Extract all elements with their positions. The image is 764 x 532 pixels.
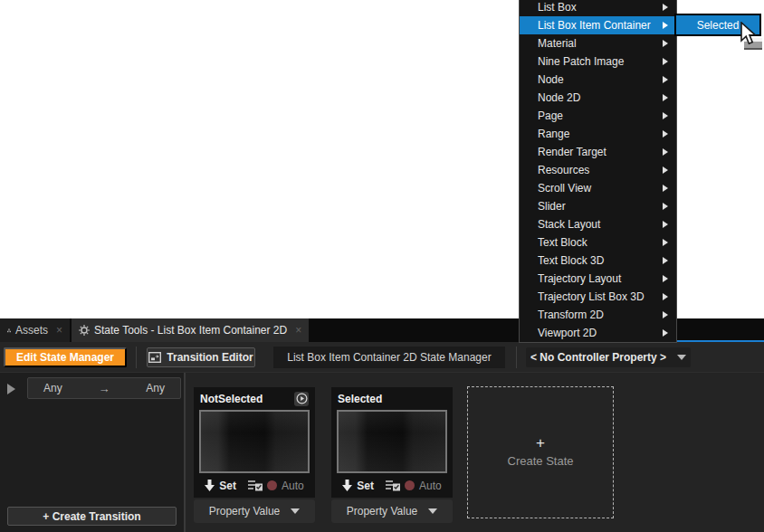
state-preview-thumbnail[interactable] (337, 410, 447, 473)
submenu-arrow-icon (663, 40, 668, 47)
transition-editor-icon (148, 352, 161, 363)
controller-property-value: < No Controller Property > (530, 351, 666, 364)
context-menu: List Box List Box Item Container Materia… (519, 0, 677, 343)
transition-editor-label: Transition Editor (167, 351, 253, 364)
state-tools-icon (79, 325, 90, 336)
submenu-arrow-icon (663, 22, 668, 29)
transition-to-label: Any (146, 382, 165, 394)
state-manager-name-label: List Box Item Container 2D State Manager (273, 347, 505, 368)
tab-assets-label: Assets (15, 324, 48, 337)
menu-item-node-2d[interactable]: Node 2D (520, 89, 676, 107)
property-value-label: Property Value (209, 505, 281, 518)
chevron-down-icon (291, 508, 300, 514)
auto-label[interactable]: Auto (419, 480, 442, 492)
submenu-arrow-icon (663, 148, 668, 156)
create-transition-button[interactable]: + Create Transition (7, 507, 177, 526)
chevron-down-icon (677, 355, 686, 360)
play-circle-icon (296, 393, 308, 404)
menu-item-transform-2d[interactable]: Transform 2D (520, 306, 676, 324)
tab-state-tools-close-icon[interactable]: × (295, 324, 301, 337)
active-panel-indicator (677, 340, 764, 342)
assets-icon (7, 326, 11, 336)
submenu-arrow-icon (663, 275, 668, 282)
controller-property-dropdown[interactable]: < No Controller Property > (526, 347, 691, 367)
list-checkbox-icon[interactable] (248, 480, 263, 491)
tab-state-tools[interactable]: State Tools - List Box Item Container 2D… (72, 318, 309, 342)
state-preview-play-button[interactable] (294, 392, 309, 406)
menu-item-trajectory-list-box-3d[interactable]: Trajectory List Box 3D (520, 288, 676, 306)
menu-item-scroll-view[interactable]: Scroll View (520, 179, 676, 197)
menu-item-render-target[interactable]: Render Target (520, 143, 676, 161)
state-card-footer: Set Auto (331, 473, 453, 498)
menu-item-nine-patch-image[interactable]: Nine Patch Image (520, 52, 676, 71)
submenu-arrow-icon (663, 94, 668, 101)
set-down-arrow-icon[interactable] (342, 480, 352, 491)
menu-item-node[interactable]: Node (520, 71, 676, 89)
submenu-arrow-icon (663, 166, 668, 174)
state-card-header: Selected (331, 387, 453, 410)
submenu-arrow-icon (663, 293, 668, 300)
submenu-arrow-icon (663, 185, 668, 192)
menu-item-slider[interactable]: Slider (520, 197, 676, 215)
submenu-arrow-icon (663, 58, 668, 65)
property-value-dropdown-notselected[interactable]: Property Value (194, 499, 315, 523)
state-tools-toolbar: Edit State Manager Transition Editor Lis… (0, 342, 764, 373)
menu-item-page[interactable]: Page (520, 107, 676, 125)
submenu-arrow-icon (663, 130, 668, 138)
state-card-notselected[interactable]: NotSelected Set (194, 387, 315, 498)
transition-editor-button[interactable]: Transition Editor (147, 347, 255, 367)
submenu-arrow-icon (663, 4, 668, 11)
submenu-arrow-icon (663, 221, 668, 228)
mouse-cursor (739, 22, 759, 46)
create-state-label: Create State (508, 454, 574, 468)
property-value-label: Property Value (347, 505, 418, 518)
state-preview-thumbnail[interactable] (199, 410, 310, 473)
property-value-dropdown-selected[interactable]: Property Value (331, 499, 453, 523)
transition-arrow-icon: → (99, 382, 110, 395)
chevron-down-icon (428, 508, 437, 514)
state-tools-panel: Assets × State Tools - List Box Item Con… (0, 318, 764, 532)
list-checkbox-icon[interactable] (386, 480, 400, 491)
submenu-arrow-icon (663, 203, 668, 210)
tab-state-tools-label: State Tools - List Box Item Container 2D (94, 324, 287, 337)
submenu-arrow-icon (663, 311, 668, 318)
menu-item-resources[interactable]: Resources (520, 161, 676, 179)
menu-item-list-box[interactable]: List Box (520, 0, 676, 16)
menu-item-range[interactable]: Range (520, 125, 676, 143)
menu-item-trajectory-layout[interactable]: Trajectory Layout (520, 270, 676, 288)
menu-item-material[interactable]: Material (520, 34, 676, 52)
transitions-pane: Any → Any + Create Transition (0, 373, 186, 532)
transition-any-any-row[interactable]: Any → Any (27, 377, 181, 399)
tab-assets[interactable]: Assets × (0, 318, 70, 342)
toolbar-separator (516, 347, 517, 368)
auto-indicator-icon[interactable] (405, 480, 415, 490)
app-screen: Assets × State Tools - List Box Item Con… (0, 0, 764, 532)
submenu-arrow-icon (663, 76, 668, 83)
menu-item-viewport-2d[interactable]: Viewport 2D (520, 324, 676, 342)
toolbar-separator (136, 347, 137, 368)
state-card-header: NotSelected (194, 387, 315, 410)
expander-arrow-icon[interactable] (7, 384, 15, 394)
submenu-arrow-icon (663, 257, 668, 264)
edit-state-manager-button[interactable]: Edit State Manager (4, 347, 127, 367)
set-label[interactable]: Set (357, 480, 374, 492)
state-name-label: Selected (338, 393, 446, 405)
state-card-selected[interactable]: Selected Set (331, 387, 453, 498)
state-name-label: NotSelected (200, 393, 294, 405)
state-card-footer: Set Auto (194, 473, 315, 498)
submenu-arrow-icon (663, 112, 668, 119)
tab-assets-close-icon[interactable]: × (56, 324, 62, 337)
create-state-button[interactable]: + Create State (467, 386, 614, 518)
submenu-arrow-icon (663, 329, 668, 337)
set-down-arrow-icon[interactable] (205, 480, 215, 491)
plus-icon: + (536, 437, 545, 450)
set-label[interactable]: Set (219, 480, 236, 492)
menu-item-list-box-item-container[interactable]: List Box Item Container (520, 16, 676, 34)
menu-item-text-block-3d[interactable]: Text Block 3D (520, 252, 676, 270)
menu-item-text-block[interactable]: Text Block (520, 233, 676, 252)
auto-indicator-icon[interactable] (267, 480, 277, 490)
menu-item-stack-layout[interactable]: Stack Layout (520, 215, 676, 233)
auto-label[interactable]: Auto (282, 480, 304, 492)
transition-from-label: Any (43, 382, 62, 394)
states-pane: NotSelected Set (186, 373, 764, 532)
